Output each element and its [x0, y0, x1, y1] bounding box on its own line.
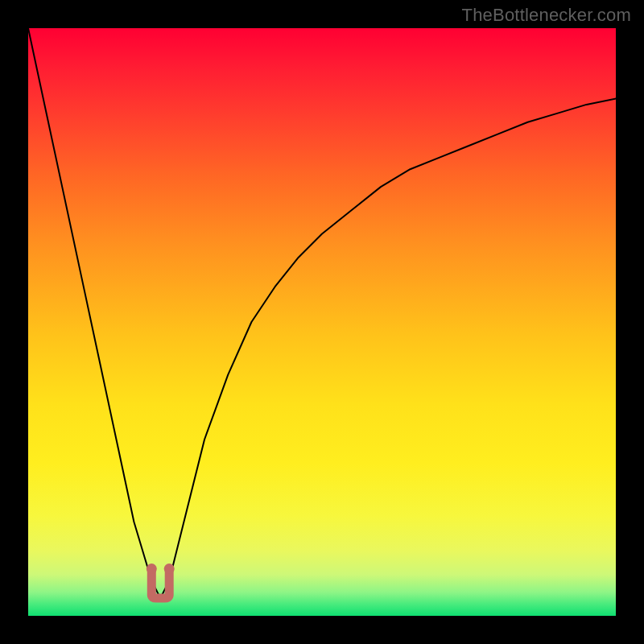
chart-stage: TheBottlenecker.com — [0, 0, 644, 644]
bottleneck-curve-path — [28, 28, 616, 598]
bottleneck-curve-svg — [28, 28, 616, 616]
minimum-marker-end — [164, 564, 175, 574]
watermark-text: TheBottlenecker.com — [462, 5, 631, 26]
minimum-marker-end — [147, 564, 157, 574]
chart-plot-area — [28, 28, 616, 616]
